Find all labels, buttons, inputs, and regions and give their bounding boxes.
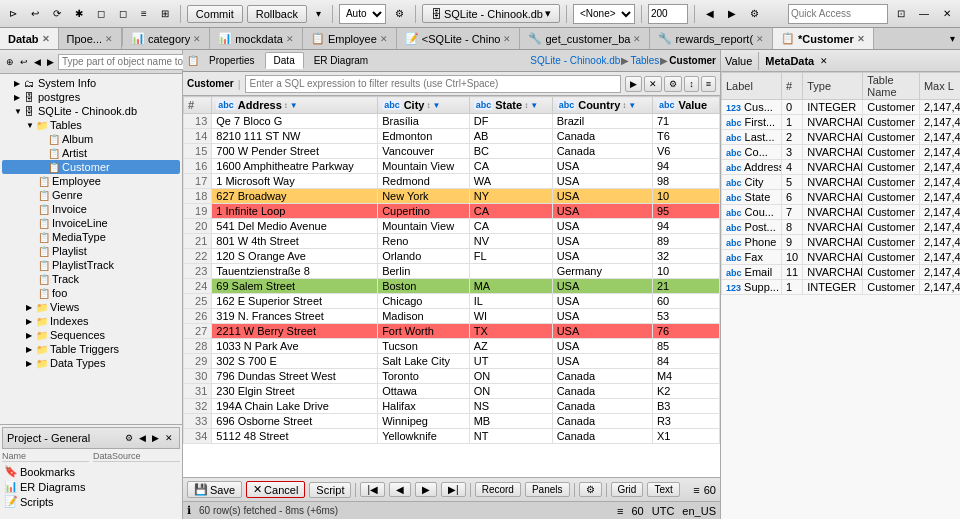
cell-country[interactable]: Germany (552, 264, 652, 279)
cell-city[interactable]: Boston (378, 279, 470, 294)
cell-value[interactable]: 21 (652, 279, 719, 294)
cell-city[interactable]: Tucson (378, 339, 470, 354)
filter-col-btn[interactable]: ≡ (701, 76, 716, 92)
record-button[interactable]: Record (475, 482, 521, 497)
cell-city[interactable]: Ottawa (378, 384, 470, 399)
cell-state[interactable]: ON (469, 384, 552, 399)
cell-city[interactable]: Yellowknife (378, 429, 470, 444)
col-header-address[interactable]: abc Address ↕ ▼ (212, 97, 378, 114)
meta-row[interactable]: abc Fax10NVARCHARCustomer2,147,483 (722, 250, 961, 265)
project-btn-2[interactable]: ◀ (137, 432, 148, 444)
tab-proj[interactable]: Прое... ✕ (59, 28, 122, 49)
tree-item-playlisttrack[interactable]: 📋 PlaylistTrack (2, 258, 180, 272)
cell-value[interactable]: B3 (652, 399, 719, 414)
cell-state[interactable]: NY (469, 189, 552, 204)
col-header-city[interactable]: abc City ↕ ▼ (378, 97, 470, 114)
cell-city[interactable]: Redmond (378, 174, 470, 189)
tree-item-customer[interactable]: 📋 Customer (2, 160, 180, 174)
table-row[interactable]: 13Qe 7 Bloco GBrasíliaDFBrazil71 (184, 114, 720, 129)
cell-address[interactable]: 1033 N Park Ave (212, 339, 378, 354)
meta-row[interactable]: abc Co...3NVARCHARCustomer2,147,483 (722, 145, 961, 160)
cell-country[interactable]: USA (552, 339, 652, 354)
cell-value[interactable]: T6 (652, 129, 719, 144)
table-row[interactable]: 18627 BroadwayNew YorkNYUSA10 (184, 189, 720, 204)
text-button[interactable]: Text (647, 482, 679, 497)
cell-value[interactable]: M4 (652, 369, 719, 384)
table-row[interactable]: 26319 N. Frances StreetMadisonWIUSA53 (184, 309, 720, 324)
meta-row[interactable]: abc Cou...7NVARCHARCustomer2,147,483 (722, 205, 961, 220)
meta-row[interactable]: abc Post...8NVARCHARCustomer2,147,483 (722, 220, 961, 235)
cell-address[interactable]: 120 S Orange Ave (212, 249, 378, 264)
cell-city[interactable]: Halifax (378, 399, 470, 414)
cell-value[interactable]: R3 (652, 414, 719, 429)
cell-country[interactable]: USA (552, 219, 652, 234)
cell-address[interactable]: 1 Infinite Loop (212, 204, 378, 219)
table-row[interactable]: 29302 S 700 ESalt Lake CityUTUSA84 (184, 354, 720, 369)
cell-country[interactable]: Canada (552, 369, 652, 384)
toolbar-btn-13[interactable]: ⊡ (892, 5, 910, 22)
table-row[interactable]: 33696 Osborne StreetWinnipegMBCanadaR3 (184, 414, 720, 429)
cell-state[interactable]: MA (469, 279, 552, 294)
cell-city[interactable]: Edmonton (378, 129, 470, 144)
tree-item-sequences[interactable]: ▶ 📁 Sequences (2, 328, 180, 342)
cell-address[interactable]: 69 Salem Street (212, 279, 378, 294)
sql-filter-input[interactable] (245, 75, 622, 93)
cell-value[interactable]: 76 (652, 324, 719, 339)
toolbar-btn-11[interactable]: ▶ (723, 5, 741, 22)
project-item-er-diagrams[interactable]: 📊 ER Diagrams (2, 479, 89, 494)
cell-city[interactable]: New York (378, 189, 470, 204)
cell-state[interactable]: NT (469, 429, 552, 444)
toolbar-btn-4[interactable]: ✱ (70, 5, 88, 22)
cell-country[interactable]: USA (552, 279, 652, 294)
tab-rewards-close[interactable]: ✕ (756, 34, 764, 44)
tab-employee-close[interactable]: ✕ (380, 34, 388, 44)
cell-address[interactable]: 8210 111 ST NW (212, 129, 378, 144)
tab-category-close[interactable]: ✕ (193, 34, 201, 44)
cell-state[interactable]: CA (469, 219, 552, 234)
toolbar-btn-2[interactable]: ↩ (26, 5, 44, 22)
tree-item-artist[interactable]: 📋 Artist (2, 146, 180, 160)
toolbar-btn-14[interactable]: — (914, 5, 934, 22)
cell-address[interactable]: 541 Del Medio Avenue (212, 219, 378, 234)
sort-icon-city[interactable]: ↕ (426, 101, 430, 110)
cancel-button[interactable]: ✕ Cancel (246, 481, 305, 498)
project-btn-1[interactable]: ⚙ (123, 432, 135, 444)
cell-value[interactable]: 94 (652, 159, 719, 174)
toolbar-btn-10[interactable]: ◀ (701, 5, 719, 22)
cell-value[interactable]: 95 (652, 204, 719, 219)
tab-sqlite-chino-close[interactable]: ✕ (503, 34, 511, 44)
table-row[interactable]: 20541 Del Medio AvenueMountain ViewCAUSA… (184, 219, 720, 234)
meta-row[interactable]: abc State6NVARCHARCustomer2,147,483 (722, 190, 961, 205)
cell-value[interactable]: X1 (652, 429, 719, 444)
tab-get-customer-close[interactable]: ✕ (633, 34, 641, 44)
cell-country[interactable]: USA (552, 249, 652, 264)
toolbar-btn-15[interactable]: ✕ (938, 5, 956, 22)
cell-address[interactable]: 5112 48 Street (212, 429, 378, 444)
toolbar-btn-5[interactable]: ◻ (92, 5, 110, 22)
table-row[interactable]: 345112 48 StreetYellowknifeNTCanadaX1 (184, 429, 720, 444)
cell-city[interactable]: Winnipeg (378, 414, 470, 429)
cell-city[interactable]: Berlin (378, 264, 470, 279)
toolbar-btn-6[interactable]: ◻ (114, 5, 132, 22)
meta-row[interactable]: abc Last...2NVARCHARCustomer2,147,483 (722, 130, 961, 145)
cell-city[interactable]: Madison (378, 309, 470, 324)
cell-city[interactable]: Reno (378, 234, 470, 249)
cell-state[interactable]: WA (469, 174, 552, 189)
table-row[interactable]: 25162 E Superior StreetChicagoILUSA60 (184, 294, 720, 309)
cell-country[interactable]: USA (552, 234, 652, 249)
project-btn-3[interactable]: ▶ (150, 432, 161, 444)
cell-city[interactable]: Fort Worth (378, 324, 470, 339)
tree-item-sqlite[interactable]: ▼ 🗄 SQLite - Chinook.db (2, 104, 180, 118)
cell-address[interactable]: 302 S 700 E (212, 354, 378, 369)
tab-more-btn[interactable]: ▾ (945, 28, 960, 49)
cell-state[interactable]: AZ (469, 339, 552, 354)
cell-value[interactable]: 71 (652, 114, 719, 129)
cell-country[interactable]: Canada (552, 399, 652, 414)
tree-item-invoice[interactable]: 📋 Invoice (2, 202, 180, 216)
toolbar-btn-12[interactable]: ⚙ (745, 5, 764, 22)
cell-value[interactable]: V6 (652, 144, 719, 159)
cell-address[interactable]: Tauentzienstraße 8 (212, 264, 378, 279)
table-row[interactable]: 148210 111 ST NWEdmontonABCanadaT6 (184, 129, 720, 144)
toolbar-btn-9[interactable]: ⚙ (390, 5, 409, 22)
cell-state[interactable]: AB (469, 129, 552, 144)
